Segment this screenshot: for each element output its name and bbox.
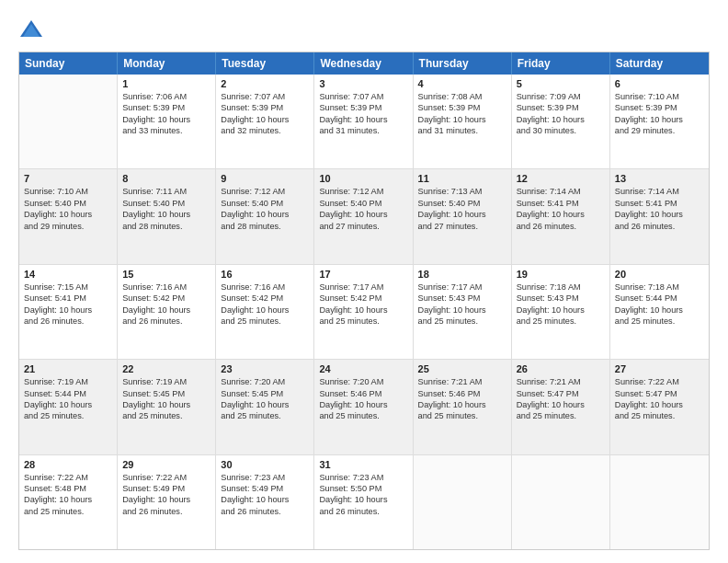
cell-line: Sunset: 5:40 PM	[24, 198, 112, 209]
cell-line: Sunset: 5:43 PM	[418, 293, 506, 304]
cell-line: and 25 minutes.	[615, 316, 704, 327]
cell-line: Sunset: 5:40 PM	[122, 198, 210, 209]
cell-line: Daylight: 10 hours	[517, 209, 605, 220]
cell-line: and 29 minutes.	[615, 125, 704, 136]
day-cell-21: 21Sunrise: 7:19 AMSunset: 5:44 PMDayligh…	[19, 360, 118, 454]
cell-line: Daylight: 10 hours	[418, 304, 506, 316]
cell-line: Sunset: 5:44 PM	[615, 293, 704, 304]
header-day-monday: Monday	[118, 52, 216, 75]
cell-line: Daylight: 10 hours	[517, 399, 605, 410]
empty-cell	[19, 75, 118, 168]
cell-line: Sunset: 5:41 PM	[24, 293, 112, 304]
day-cell-19: 19Sunrise: 7:18 AMSunset: 5:43 PMDayligh…	[512, 265, 610, 359]
day-cell-18: 18Sunrise: 7:17 AMSunset: 5:43 PMDayligh…	[414, 265, 512, 359]
empty-cell	[414, 455, 512, 549]
day-number: 25	[418, 363, 506, 374]
day-number: 29	[122, 459, 210, 470]
cell-line: and 26 minutes.	[221, 506, 309, 517]
day-number: 24	[319, 363, 407, 374]
cell-line: Daylight: 10 hours	[24, 399, 112, 410]
cell-line: and 25 minutes.	[517, 410, 605, 421]
day-cell-10: 10Sunrise: 7:12 AMSunset: 5:40 PMDayligh…	[314, 169, 413, 263]
cell-line: Daylight: 10 hours	[319, 114, 407, 125]
cell-line: Sunrise: 7:10 AM	[615, 91, 704, 102]
day-number: 1	[122, 78, 210, 89]
cell-line: Sunrise: 7:18 AM	[517, 282, 605, 293]
cell-line: Sunset: 5:46 PM	[319, 388, 407, 399]
cell-line: Sunrise: 7:12 AM	[319, 186, 407, 197]
cell-line: Sunset: 5:50 PM	[319, 483, 407, 494]
cell-line: Daylight: 10 hours	[517, 304, 605, 316]
cell-line: Sunset: 5:49 PM	[122, 483, 210, 494]
day-cell-9: 9Sunrise: 7:12 AMSunset: 5:40 PMDaylight…	[216, 169, 314, 263]
cell-line: Sunrise: 7:22 AM	[122, 472, 210, 483]
day-cell-1: 1Sunrise: 7:06 AMSunset: 5:39 PMDaylight…	[118, 75, 216, 168]
day-number: 2	[221, 78, 309, 89]
cell-line: Daylight: 10 hours	[319, 304, 407, 316]
day-cell-5: 5Sunrise: 7:09 AMSunset: 5:39 PMDaylight…	[512, 75, 610, 168]
cell-line: and 32 minutes.	[221, 125, 309, 136]
cell-line: and 28 minutes.	[221, 221, 309, 232]
day-number: 20	[615, 269, 704, 280]
cell-line: Sunrise: 7:20 AM	[221, 376, 309, 387]
cell-line: Sunset: 5:42 PM	[122, 293, 210, 304]
cell-line: and 25 minutes.	[319, 410, 407, 421]
cell-line: Sunrise: 7:19 AM	[24, 376, 112, 387]
cell-line: Sunrise: 7:13 AM	[418, 186, 506, 197]
cell-line: and 25 minutes.	[221, 410, 309, 421]
day-cell-2: 2Sunrise: 7:07 AMSunset: 5:39 PMDaylight…	[216, 75, 314, 168]
header-day-thursday: Thursday	[414, 52, 512, 75]
cell-line: Daylight: 10 hours	[319, 209, 407, 220]
cell-line: Sunrise: 7:19 AM	[122, 376, 210, 387]
cell-line: Daylight: 10 hours	[221, 209, 309, 220]
cell-line: and 27 minutes.	[418, 221, 506, 232]
cell-line: and 33 minutes.	[122, 125, 210, 136]
cell-line: and 26 minutes.	[122, 506, 210, 517]
cell-line: and 25 minutes.	[24, 410, 112, 421]
cell-line: Sunset: 5:39 PM	[418, 102, 506, 113]
day-cell-20: 20Sunrise: 7:18 AMSunset: 5:44 PMDayligh…	[610, 265, 709, 359]
day-cell-12: 12Sunrise: 7:14 AMSunset: 5:41 PMDayligh…	[512, 169, 610, 263]
cell-line: and 25 minutes.	[24, 506, 112, 517]
day-number: 16	[221, 269, 309, 280]
empty-cell	[512, 455, 610, 549]
day-number: 12	[517, 173, 605, 184]
cell-line: Daylight: 10 hours	[122, 304, 210, 316]
cell-line: Sunset: 5:40 PM	[319, 198, 407, 209]
day-number: 26	[517, 363, 605, 374]
header-day-friday: Friday	[512, 52, 610, 75]
cell-line: Daylight: 10 hours	[24, 209, 112, 220]
cell-line: Sunset: 5:41 PM	[517, 198, 605, 209]
day-number: 19	[517, 269, 605, 280]
cell-line: and 25 minutes.	[517, 316, 605, 327]
day-number: 14	[24, 269, 112, 280]
day-cell-16: 16Sunrise: 7:16 AMSunset: 5:42 PMDayligh…	[216, 265, 314, 359]
day-number: 18	[418, 269, 506, 280]
day-cell-4: 4Sunrise: 7:08 AMSunset: 5:39 PMDaylight…	[414, 75, 512, 168]
cell-line: Sunrise: 7:14 AM	[615, 186, 704, 197]
header-day-wednesday: Wednesday	[314, 52, 413, 75]
cell-line: Sunrise: 7:15 AM	[24, 282, 112, 293]
empty-cell	[610, 455, 709, 549]
cell-line: Sunrise: 7:08 AM	[418, 91, 506, 102]
cell-line: Daylight: 10 hours	[122, 209, 210, 220]
cell-line: and 25 minutes.	[122, 410, 210, 421]
cell-line: Daylight: 10 hours	[418, 209, 506, 220]
day-cell-26: 26Sunrise: 7:21 AMSunset: 5:47 PMDayligh…	[512, 360, 610, 454]
cell-line: Sunrise: 7:22 AM	[615, 376, 704, 387]
day-cell-11: 11Sunrise: 7:13 AMSunset: 5:40 PMDayligh…	[414, 169, 512, 263]
cell-line: Sunrise: 7:18 AM	[615, 282, 704, 293]
logo-icon	[18, 17, 44, 42]
day-cell-22: 22Sunrise: 7:19 AMSunset: 5:45 PMDayligh…	[118, 360, 216, 454]
cell-line: Sunrise: 7:21 AM	[418, 376, 506, 387]
cell-line: Daylight: 10 hours	[319, 399, 407, 410]
cell-line: Sunset: 5:46 PM	[418, 388, 506, 399]
cell-line: and 26 minutes.	[24, 316, 112, 327]
day-cell-29: 29Sunrise: 7:22 AMSunset: 5:49 PMDayligh…	[118, 455, 216, 549]
cell-line: and 25 minutes.	[615, 410, 704, 421]
cell-line: Sunset: 5:49 PM	[221, 483, 309, 494]
cell-line: Sunset: 5:39 PM	[615, 102, 704, 113]
cell-line: Sunset: 5:39 PM	[319, 102, 407, 113]
day-number: 3	[319, 78, 407, 89]
cell-line: Sunrise: 7:07 AM	[221, 91, 309, 102]
